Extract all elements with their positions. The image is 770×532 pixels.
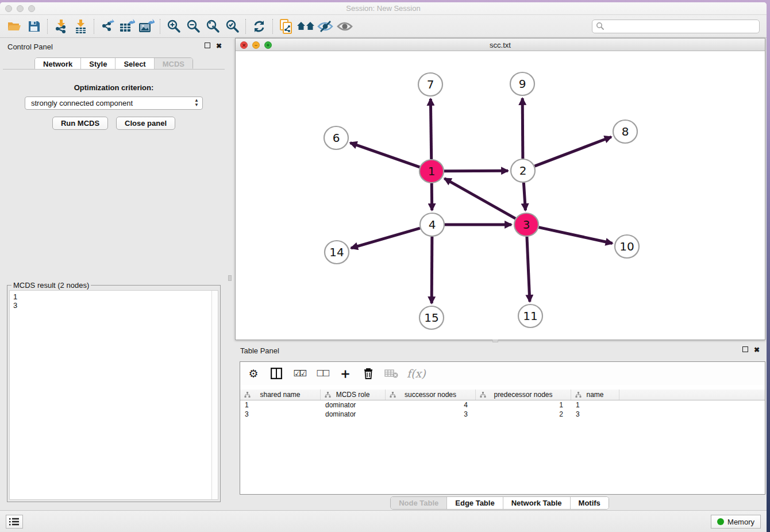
add-row-icon[interactable]: ＋ <box>338 365 353 382</box>
graph-node-label-2: 2 <box>519 164 527 178</box>
optimization-criterion-select[interactable]: strongly connected component ▲▼ <box>25 97 203 110</box>
result-scrollbar[interactable] <box>211 291 218 499</box>
column-header-successor-nodes[interactable]: successor nodes <box>386 390 476 400</box>
control-panel: Control Panel ✖ NetworkStyleSelectMCDS O… <box>0 38 228 511</box>
zoom-selected-icon[interactable] <box>222 18 242 35</box>
table-cell[interactable]: dominator <box>321 410 386 419</box>
select-all-icon[interactable]: ☑☑ <box>292 365 307 382</box>
table-cell[interactable]: 3 <box>571 410 619 419</box>
table-cell[interactable]: 2 <box>476 410 571 419</box>
graph-node-label-14: 14 <box>329 245 344 259</box>
mcds-result-text[interactable]: 1 3 <box>9 290 218 500</box>
zoom-out-icon[interactable] <box>183 18 203 35</box>
column-header-name[interactable]: name <box>571 390 619 400</box>
table-float-panel-icon[interactable] <box>742 346 748 353</box>
table-header-row: shared nameMCDS rolesuccessor nodesprede… <box>240 390 765 400</box>
export-image-icon[interactable] <box>137 18 156 35</box>
network-canvas[interactable]: 7968124314101511 <box>236 51 765 340</box>
show-graphics-details-icon[interactable] <box>335 18 355 35</box>
graph-edge-2-8[interactable] <box>534 137 611 166</box>
memory-button[interactable]: Memory <box>711 515 761 529</box>
delete-table-icon[interactable] <box>384 365 399 382</box>
delete-row-icon[interactable] <box>361 365 376 382</box>
network-window-titlebar[interactable]: ✕ − + scc.txt <box>236 38 765 51</box>
task-history-button[interactable] <box>6 515 23 529</box>
table-cell[interactable]: 3 <box>240 410 321 419</box>
tree-icon <box>244 392 251 398</box>
graph-edge-2-3[interactable] <box>523 183 525 210</box>
graph-node-label-8: 8 <box>622 125 629 138</box>
save-session-icon[interactable] <box>24 18 44 35</box>
table-cell[interactable]: 3 <box>386 410 476 419</box>
open-session-icon[interactable] <box>5 18 24 35</box>
network-window-title: scc.txt <box>236 41 765 49</box>
graph-edge-1-6[interactable] <box>350 143 419 167</box>
graph-edge-1-4[interactable] <box>432 183 432 210</box>
import-network-icon[interactable] <box>51 18 71 35</box>
graph-node-label-4: 4 <box>429 218 436 232</box>
search-icon <box>596 22 605 30</box>
zoom-in-icon[interactable] <box>164 18 183 35</box>
table-close-panel-icon[interactable]: ✖ <box>754 346 760 353</box>
float-panel-icon[interactable] <box>205 43 210 49</box>
column-header-MCDS-role[interactable]: MCDS role <box>321 390 386 400</box>
refresh-layout-icon[interactable] <box>249 18 269 35</box>
table-cell[interactable]: dominator <box>321 400 386 410</box>
graph-node-label-10: 10 <box>619 240 634 253</box>
export-network-icon[interactable] <box>98 18 117 35</box>
table-cell[interactable]: 1 <box>240 400 321 410</box>
tab-select[interactable]: Select <box>116 58 154 70</box>
close-panel-icon[interactable]: ✖ <box>216 43 222 49</box>
table-tab-edge-table[interactable]: Edge Table <box>447 497 503 509</box>
tab-network[interactable]: Network <box>35 58 81 70</box>
vertical-splitter[interactable] <box>228 38 232 511</box>
graph-edge-3-1[interactable] <box>444 179 515 219</box>
function-builder-icon[interactable]: f(x) <box>407 365 426 382</box>
graph-node-label-7: 7 <box>427 78 434 91</box>
column-header-predecessor-nodes[interactable]: predecessor nodes <box>476 390 571 400</box>
table-cell[interactable]: 1 <box>476 400 571 410</box>
search-box[interactable] <box>592 20 760 33</box>
table-cell[interactable]: 1 <box>571 400 619 410</box>
table-tabs: Node TableEdge TableNetwork TableMotifs <box>390 496 609 510</box>
graph-edge-3-11[interactable] <box>527 237 530 302</box>
toggle-columns-icon[interactable] <box>269 365 284 382</box>
window-title: Session: New Session <box>0 4 767 13</box>
home-icon[interactable] <box>296 18 315 35</box>
zoom-fit-icon[interactable] <box>203 18 222 35</box>
table-row[interactable]: 1dominator411 <box>240 400 765 410</box>
clone-network-icon[interactable] <box>276 18 296 35</box>
tree-icon <box>480 392 486 398</box>
deselect-all-icon[interactable]: ☐☐ <box>315 365 330 382</box>
graph-node-label-6: 6 <box>333 131 340 145</box>
settings-gear-icon[interactable]: ⚙ <box>246 365 261 382</box>
tab-mcds[interactable]: MCDS <box>155 58 192 70</box>
graph-edge-4-15[interactable] <box>432 237 432 303</box>
graph-edge-1-7[interactable] <box>430 99 431 159</box>
search-input[interactable] <box>605 22 748 30</box>
graph-edge-3-10[interactable] <box>538 228 612 244</box>
graph-edge-4-14[interactable] <box>351 228 420 248</box>
table-tab-motifs[interactable]: Motifs <box>571 497 609 509</box>
hide-graphics-details-icon[interactable] <box>315 18 335 35</box>
control-panel-title: Control Panel <box>7 43 53 51</box>
table-tab-node-table[interactable]: Node Table <box>391 497 447 509</box>
graph-node-label-9: 9 <box>519 77 526 91</box>
run-mcds-button[interactable]: Run MCDS <box>52 117 108 130</box>
table-panel-title: Table Panel <box>240 346 279 355</box>
tab-style[interactable]: Style <box>81 58 116 70</box>
table-panel: Table Panel ✖ ⚙ ☑☑ ☐☐ ＋ f(x) <box>233 342 767 512</box>
mcds-result-group: MCDS result (2 nodes) 1 3 <box>7 285 221 502</box>
node-table[interactable]: shared nameMCDS rolesuccessor nodesprede… <box>240 390 765 419</box>
graph-edge-2-9[interactable] <box>522 98 523 159</box>
table-row[interactable]: 3dominator323 <box>240 410 765 419</box>
export-table-icon[interactable] <box>117 18 137 35</box>
column-header-shared-name[interactable]: shared name <box>240 390 321 400</box>
import-table-icon[interactable] <box>71 18 90 35</box>
table-cell[interactable]: 4 <box>386 400 476 410</box>
list-icon <box>9 518 20 526</box>
graph-edge-1-2[interactable] <box>444 171 508 171</box>
main-toolbar <box>0 15 767 38</box>
close-panel-button[interactable]: Close panel <box>116 117 175 130</box>
table-tab-network-table[interactable]: Network Table <box>503 497 571 509</box>
